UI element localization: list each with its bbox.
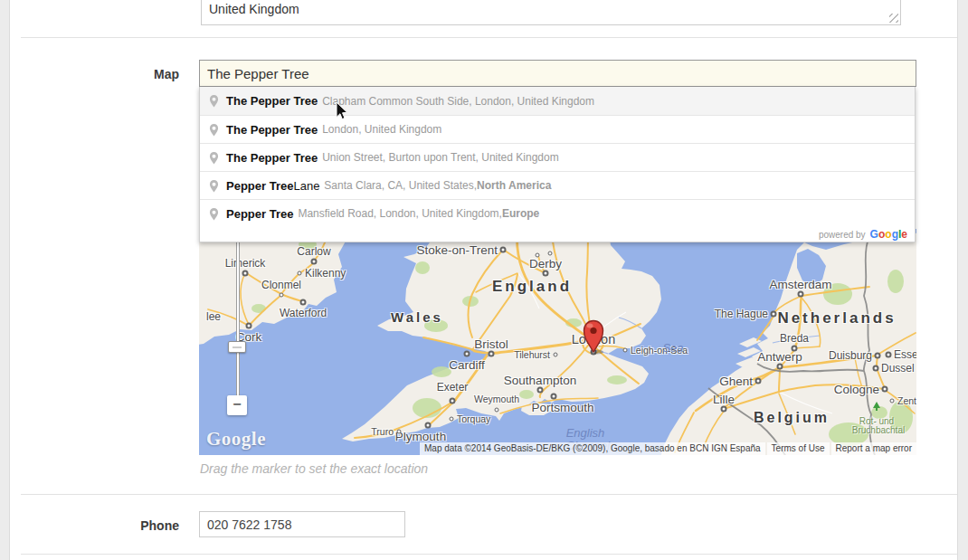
divider xyxy=(21,494,957,495)
city-dot xyxy=(882,386,888,393)
city-dot xyxy=(890,399,895,403)
map-city-label: The Hague xyxy=(715,308,768,320)
map-sea-label: Sea xyxy=(662,341,683,355)
city-dot xyxy=(300,299,307,306)
resize-grip-icon[interactable] xyxy=(889,14,898,23)
suggestion-main-plain: Lane xyxy=(293,179,319,193)
phone-input[interactable] xyxy=(199,511,405,537)
map-help-text: Drag the marker to set the exact locatio… xyxy=(200,461,428,476)
city-dot xyxy=(298,271,302,276)
city-dot xyxy=(489,351,495,357)
city-dot xyxy=(798,291,804,298)
attribution-text: Map data ©2014 GeoBasis-DE/BKG (©2009), … xyxy=(420,442,765,455)
autocomplete-item[interactable]: The Pepper TreeLondon, United Kingdom xyxy=(200,115,915,143)
autocomplete-dropdown: The Pepper TreeClapham Common South Side… xyxy=(199,87,916,242)
city-dot xyxy=(397,430,402,434)
zoom-out-button[interactable]: − xyxy=(227,395,247,415)
city-dot xyxy=(311,259,318,265)
map-city-label: Cardiff xyxy=(449,358,485,372)
google-logo-letter: o xyxy=(885,228,891,241)
map-marker[interactable] xyxy=(580,318,607,356)
autocomplete-item[interactable]: The Pepper TreeClapham Common South Side… xyxy=(200,87,915,115)
map-city-label: Carlow xyxy=(297,245,330,258)
map-region-label: Netherlands xyxy=(777,309,896,327)
autocomplete-list: The Pepper TreeClapham Common South Side… xyxy=(200,87,915,227)
city-dot xyxy=(875,353,881,359)
page: { "form": { "country_value": "United Kin… xyxy=(0,0,968,560)
location-pin-icon xyxy=(209,151,219,165)
map-city-label: Torquay xyxy=(457,413,490,424)
map-city-label: Bristol xyxy=(474,337,508,351)
map-sea-label: English xyxy=(566,426,605,440)
map-region-label: Belgium xyxy=(754,410,830,426)
map-city-label: Duisburg xyxy=(829,349,872,362)
zoom-slider-track[interactable] xyxy=(236,229,240,401)
suggestion-secondary: Clapham Common South Side, London, Unite… xyxy=(322,95,594,108)
google-logo-letter: G xyxy=(870,228,878,241)
city-dot xyxy=(886,352,892,358)
country-textarea[interactable]: United Kingdom xyxy=(201,0,901,25)
city-dot xyxy=(500,247,507,253)
map-canvas[interactable]: LimerickleeCarlowKilkennyClonmelWaterfor… xyxy=(199,229,916,455)
city-dot xyxy=(543,271,549,277)
map-city-label: Amsterdam xyxy=(769,278,831,291)
map-city-label: Esse xyxy=(894,348,916,361)
map-field-label: Map xyxy=(16,67,179,81)
map-city-label: lee xyxy=(206,310,221,323)
city-dot xyxy=(536,253,540,258)
location-pin-icon xyxy=(209,123,219,137)
location-pin-icon xyxy=(209,207,219,221)
city-dot xyxy=(873,365,879,372)
city-dot xyxy=(537,387,544,394)
google-logo-letter: e xyxy=(901,228,907,241)
map-area-label: Bruchbachtal xyxy=(852,425,905,435)
city-dot xyxy=(450,398,456,404)
google-logo-letter: g xyxy=(892,228,898,241)
map-city-label: Breda xyxy=(780,332,809,345)
city-dot xyxy=(721,406,727,413)
map-city-label: Kilkenny xyxy=(305,267,346,280)
report-map-error-link[interactable]: Report a map error xyxy=(831,442,916,455)
terms-of-use-link[interactable]: Terms of Use xyxy=(767,442,830,455)
suggestion-main: The Pepper Tree xyxy=(226,94,318,108)
zoom-slider-thumb[interactable] xyxy=(228,341,246,353)
google-watermark: Google xyxy=(206,428,266,451)
autocomplete-item[interactable]: Pepper TreeMansfield Road, London, Unite… xyxy=(200,199,915,227)
map-city-label: Cologne xyxy=(834,383,879,396)
city-dot xyxy=(495,408,499,413)
suggestion-secondary: London, United Kingdom xyxy=(322,123,441,136)
city-dot xyxy=(464,351,470,357)
map-search-input[interactable] xyxy=(199,60,916,87)
suggestion-secondary: Mansfield Road, London, United Kingdom, xyxy=(298,207,501,220)
suggestion-secondary: Santa Clara, CA, United States, xyxy=(324,179,477,192)
location-pin-icon xyxy=(209,94,219,108)
city-dot xyxy=(771,311,777,318)
powered-by-google: powered by Google xyxy=(200,227,915,242)
map-city-label: Clonmel xyxy=(261,279,301,291)
phone-field-label: Phone xyxy=(16,518,179,533)
map-city-label: Southampton xyxy=(504,374,576,387)
map-city-label: Derby xyxy=(529,257,562,271)
suggestion-secondary-bold: Europe xyxy=(502,207,539,220)
map-region-label: England xyxy=(492,278,572,296)
suggestion-secondary: Union Street, Burton upon Trent, United … xyxy=(322,151,559,164)
city-dot xyxy=(777,364,783,370)
map-city-label: Exeter xyxy=(437,381,469,394)
map-city-label: Plymouth xyxy=(395,430,446,443)
suggestion-main: Pepper Tree xyxy=(226,179,293,193)
map-city-label: Dussel xyxy=(881,362,915,375)
divider xyxy=(21,37,957,38)
map-city-label: Lille xyxy=(713,393,735,406)
city-dot xyxy=(554,353,558,357)
suggestion-main: Pepper Tree xyxy=(226,207,293,221)
autocomplete-item[interactable]: Pepper Tree LaneSanta Clara, CA, United … xyxy=(200,171,915,199)
map-city-label: Stoke-on-Trent xyxy=(416,243,498,257)
powered-by-text: powered by xyxy=(819,230,866,240)
city-dot xyxy=(242,271,249,277)
autocomplete-item[interactable]: The Pepper TreeUnion Street, Burton upon… xyxy=(200,143,915,171)
map-city-label: Portsmouth xyxy=(531,401,593,414)
map-city-label: Limerick xyxy=(225,257,266,270)
city-dot xyxy=(623,348,628,353)
divider xyxy=(21,554,957,555)
map-city-label: Tilehurst xyxy=(514,349,550,360)
